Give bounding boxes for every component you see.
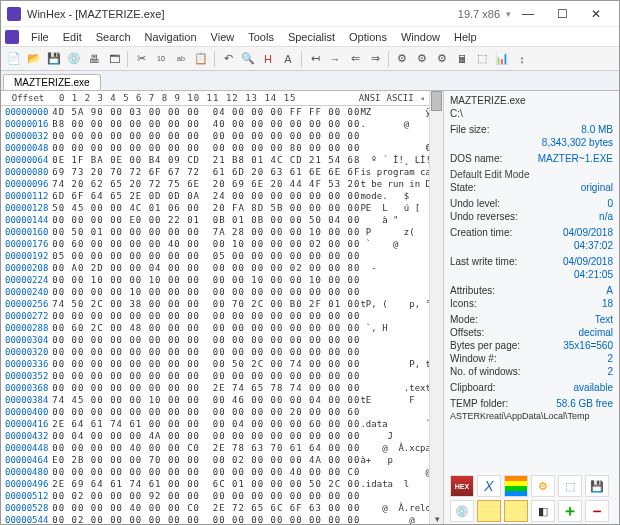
nav-fwd-icon[interactable]: ⇒ (366, 50, 384, 68)
hex-row[interactable]: 0000051200 02 00 00 00 92 00 00 00 00 00… (1, 490, 429, 502)
ascii-cell[interactable]: @ À.xcpad (360, 442, 429, 454)
access-icon[interactable]: ◧ (531, 500, 555, 522)
find-text-icon[interactable]: A (279, 50, 297, 68)
hex-cell[interactable]: 00 60 2C 00 48 00 00 00 00 00 00 00 00 0… (48, 322, 360, 334)
hex-row[interactable]: 0000022400 00 10 00 00 10 00 00 00 00 10… (1, 274, 429, 286)
harddisk2-icon[interactable]: 💿 (450, 500, 474, 522)
hex-row[interactable]: 0000052800 00 00 00 40 00 00 C0 2E 72 65… (1, 502, 429, 514)
hex-cell[interactable]: 69 73 20 70 72 6F 67 72 61 6D 20 63 61 6… (48, 166, 360, 178)
ascii-cell[interactable]: .data ` (360, 418, 429, 430)
goto-first-icon[interactable]: ↤ (306, 50, 324, 68)
ascii-cell[interactable]: P z( (360, 226, 429, 238)
hex-row[interactable]: 0000004800 00 00 00 00 00 00 00 00 00 00… (1, 142, 429, 154)
hex-cell[interactable]: 2E 64 61 74 61 00 00 00 00 04 00 00 00 6… (48, 418, 360, 430)
menu-file[interactable]: File (25, 29, 55, 45)
menu-navigation[interactable]: Navigation (139, 29, 203, 45)
paste-icon[interactable]: 📋 (192, 50, 210, 68)
ascii-cell[interactable]: `, H (360, 322, 429, 334)
hex-row[interactable]: 0000033600 00 00 00 00 00 00 00 00 50 2C… (1, 358, 429, 370)
tool3-icon[interactable]: ⚙ (433, 50, 451, 68)
hex-cell[interactable]: 00 00 00 00 40 00 00 C0 2E 78 63 70 61 6… (48, 442, 360, 454)
properties-icon[interactable]: 🗔 (105, 50, 123, 68)
ascii-cell[interactable]: @ À.reloc (360, 502, 429, 514)
hex-cell[interactable]: 00 00 00 00 E0 00 22 01 0B 01 0B 00 00 5… (48, 214, 360, 226)
hex-row[interactable]: 0000012850 45 00 00 4C 01 06 00 20 FA 8D… (1, 202, 429, 214)
find-hex-icon[interactable]: H (259, 50, 277, 68)
hex-tool-icon[interactable]: HEX (450, 475, 474, 497)
ascii-cell[interactable]: ` @ (360, 238, 429, 250)
hex-cell[interactable]: 00 60 00 00 00 00 40 00 00 10 00 00 00 0… (48, 238, 360, 250)
minus-icon[interactable]: － (585, 500, 609, 522)
hex-cell[interactable]: 0E 1F BA 0E 00 B4 09 CD 21 B8 01 4C CD 2… (48, 154, 360, 166)
hex-cell[interactable]: 00 50 01 00 00 00 00 00 7A 28 00 00 00 1… (48, 226, 360, 238)
hex-row[interactable]: 0000019205 00 00 00 00 00 00 00 05 00 00… (1, 250, 429, 262)
hex-cell[interactable]: 00 00 00 00 00 00 00 00 00 00 00 00 00 0… (48, 346, 360, 358)
hex-row[interactable]: 0000030400 00 00 00 00 00 00 00 00 00 00… (1, 334, 429, 346)
hex-row[interactable]: 00000464E0 2B 00 00 00 70 00 00 00 02 00… (1, 454, 429, 466)
ascii-cell[interactable]: º ´ Í!¸ LÍ!Th (360, 154, 429, 166)
ascii-cell[interactable]: - € (360, 262, 429, 274)
minimize-button[interactable]: — (511, 3, 545, 25)
menu-edit[interactable]: Edit (57, 29, 88, 45)
hex-row[interactable]: 0000036800 00 00 00 00 00 00 00 2E 74 65… (1, 382, 429, 394)
hex-cell[interactable]: 2E 69 64 61 74 61 00 00 6C 01 00 00 00 5… (48, 478, 360, 490)
hex-cell[interactable]: 00 00 00 00 00 00 00 00 00 00 00 00 00 0… (48, 334, 360, 346)
hex-row[interactable]: 0000028800 60 2C 00 48 00 00 00 00 00 00… (1, 322, 429, 334)
nav-back-icon[interactable]: ⇐ (346, 50, 364, 68)
hex-row[interactable]: 00000016B8 00 00 00 00 00 00 00 40 00 00… (1, 118, 429, 130)
hex-cell[interactable]: 05 00 00 00 00 00 00 00 05 00 00 00 00 0… (48, 250, 360, 262)
hex-row[interactable]: 0000043200 04 00 00 00 4A 00 00 00 00 00… (1, 430, 429, 442)
hex-cell[interactable]: 00 00 00 00 00 00 00 00 00 00 00 00 40 0… (48, 466, 360, 478)
hex-row[interactable]: 0000008069 73 20 70 72 6F 67 72 61 6D 20… (1, 166, 429, 178)
gear-icon[interactable]: ⚙ (531, 475, 555, 497)
maximize-button[interactable]: ☐ (545, 3, 579, 25)
calc-icon[interactable]: 🖩 (453, 50, 471, 68)
ascii-cell[interactable]: P, t (360, 358, 429, 370)
find-icon[interactable]: 🔍 (239, 50, 257, 68)
hex-cell[interactable]: 00 00 00 00 00 00 00 00 00 00 00 00 80 0… (48, 142, 360, 154)
disk-icon[interactable]: 💿 (65, 50, 83, 68)
hex-cell[interactable]: 00 00 00 00 00 00 00 00 2E 74 65 78 74 0… (48, 382, 360, 394)
hex-row[interactable]: 0000054400 02 00 00 00 00 00 00 00 00 00… (1, 514, 429, 525)
menu-search[interactable]: Search (90, 29, 137, 45)
menu-options[interactable]: Options (343, 29, 393, 45)
tool2-icon[interactable]: ⚙ (413, 50, 431, 68)
new-icon[interactable]: 📄 (5, 50, 23, 68)
folder2-icon[interactable] (504, 500, 528, 522)
ascii-cell[interactable] (360, 334, 429, 346)
ascii-cell[interactable]: . @ (360, 118, 429, 130)
ascii-cell[interactable]: mode. $ (360, 190, 429, 202)
hex-cell[interactable]: 00 00 00 00 40 00 00 C0 2E 72 65 6C 6F 6… (48, 502, 360, 514)
ascii-cell[interactable]: à+ p J (360, 454, 429, 466)
ascii-cell[interactable]: MZ ÿÿ (360, 106, 429, 118)
print-icon[interactable]: 🖶 (85, 50, 103, 68)
ascii-cell[interactable] (360, 310, 429, 322)
menu-view[interactable]: View (205, 29, 241, 45)
menu-help[interactable]: Help (448, 29, 483, 45)
ascii-cell[interactable]: € (360, 142, 429, 154)
app-menu-icon[interactable] (5, 30, 19, 44)
ascii-cell[interactable]: @ (360, 514, 429, 525)
hex-cell[interactable]: 00 00 00 00 00 00 00 00 00 00 00 00 20 0… (48, 406, 360, 418)
hex-row[interactable]: 0000032000 00 00 00 00 00 00 00 00 00 00… (1, 346, 429, 358)
hex-cell[interactable]: 74 45 00 00 00 10 00 00 00 46 00 00 00 0… (48, 394, 360, 406)
hex-row[interactable]: 0000027200 00 00 00 00 00 00 00 00 00 00… (1, 310, 429, 322)
hex-cell[interactable]: 00 02 00 00 00 00 00 00 00 00 00 00 00 0… (48, 514, 360, 525)
ascii-cell[interactable] (360, 370, 429, 382)
goto-icon[interactable]: → (326, 50, 344, 68)
hex-cell[interactable]: 00 00 00 00 00 00 00 00 00 00 00 00 00 0… (48, 310, 360, 322)
ascii-cell[interactable]: à " P (360, 214, 429, 226)
ascii-cell[interactable] (360, 274, 429, 286)
bars-tool-icon[interactable] (504, 475, 528, 497)
hex-cell[interactable]: 74 50 2C 00 38 00 00 00 00 70 2C 00 B0 2… (48, 298, 360, 310)
hex-row[interactable]: 0000020800 A0 2D 00 00 04 00 00 00 00 00… (1, 262, 429, 274)
hex-cell[interactable]: 00 00 10 00 00 10 00 00 00 00 10 00 00 1… (48, 274, 360, 286)
tool1-icon[interactable]: ⚙ (393, 50, 411, 68)
hex-cell[interactable]: B8 00 00 00 00 00 00 00 40 00 00 00 00 0… (48, 118, 360, 130)
hex-row[interactable]: 000000640E 1F BA 0E 00 B4 09 CD 21 B8 01… (1, 154, 429, 166)
save-icon[interactable]: 💾 (45, 50, 63, 68)
hex-row[interactable]: 0000025674 50 2C 00 38 00 00 00 00 70 2C… (1, 298, 429, 310)
ascii-cell[interactable] (360, 286, 429, 298)
cut-icon[interactable]: ✂ (132, 50, 150, 68)
hex-cell[interactable]: 00 00 00 00 00 00 00 00 00 50 2C 00 74 0… (48, 358, 360, 370)
